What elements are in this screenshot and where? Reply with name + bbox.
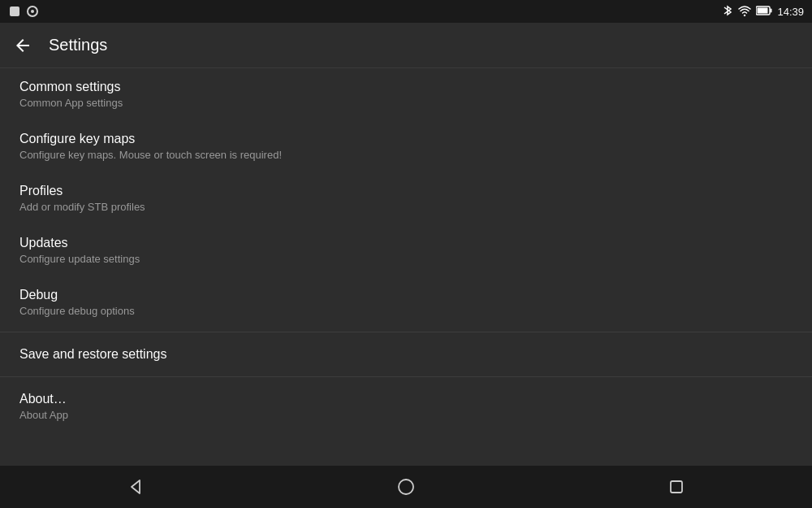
- app-bar: Settings: [0, 23, 812, 68]
- about-subtitle: About App: [19, 409, 793, 421]
- common-settings-title: Common settings: [19, 80, 793, 94]
- debug-title: Debug: [19, 288, 793, 302]
- nav-home-button[interactable]: [382, 471, 430, 503]
- configure-key-maps-title: Configure key maps: [19, 132, 793, 146]
- divider-2: [0, 376, 812, 377]
- svg-rect-0: [10, 7, 19, 16]
- save-restore-title: Save and restore settings: [19, 347, 793, 362]
- status-bar-left: [8, 5, 39, 18]
- battery-icon: [756, 6, 772, 18]
- svg-rect-9: [671, 481, 682, 493]
- settings-item-about[interactable]: About… About App: [0, 380, 812, 432]
- app-bar-title: Settings: [49, 36, 107, 54]
- about-title: About…: [19, 392, 793, 406]
- profiles-subtitle: Add or modify STB profiles: [19, 201, 793, 213]
- configure-key-maps-subtitle: Configure key maps. Mouse or touch scree…: [19, 149, 793, 161]
- profiles-title: Profiles: [19, 184, 793, 198]
- debug-subtitle: Configure debug options: [19, 305, 793, 317]
- svg-rect-5: [771, 8, 772, 12]
- status-bar-right: 14:39: [722, 4, 804, 20]
- divider-1: [0, 332, 812, 332]
- updates-subtitle: Configure update settings: [19, 253, 793, 265]
- nav-back-button[interactable]: [111, 471, 160, 503]
- settings-item-save-restore[interactable]: Save and restore settings: [0, 336, 812, 373]
- bluetooth-icon: [722, 4, 733, 20]
- svg-point-8: [399, 480, 413, 494]
- updates-title: Updates: [19, 236, 793, 250]
- settings-item-updates[interactable]: Updates Configure update settings: [0, 224, 812, 276]
- app-icon-1: [8, 5, 21, 18]
- settings-item-common-settings[interactable]: Common settings Common App settings: [0, 68, 812, 120]
- settings-item-profiles[interactable]: Profiles Add or modify STB profiles: [0, 172, 812, 224]
- settings-content: Common settings Common App settings Conf…: [0, 68, 812, 466]
- nav-recents-button[interactable]: [652, 471, 701, 503]
- svg-point-2: [31, 10, 34, 13]
- svg-marker-7: [132, 480, 140, 493]
- wifi-icon: [738, 5, 751, 19]
- svg-rect-6: [758, 7, 768, 13]
- navigation-bar: [0, 466, 812, 508]
- svg-point-3: [744, 14, 745, 15]
- time-display: 14:39: [777, 6, 804, 18]
- app-icon-2: [26, 5, 39, 18]
- status-bar: 14:39: [0, 0, 812, 23]
- common-settings-subtitle: Common App settings: [19, 97, 793, 109]
- back-button[interactable]: [13, 36, 32, 55]
- settings-item-configure-key-maps[interactable]: Configure key maps Configure key maps. M…: [0, 120, 812, 172]
- settings-item-debug[interactable]: Debug Configure debug options: [0, 276, 812, 328]
